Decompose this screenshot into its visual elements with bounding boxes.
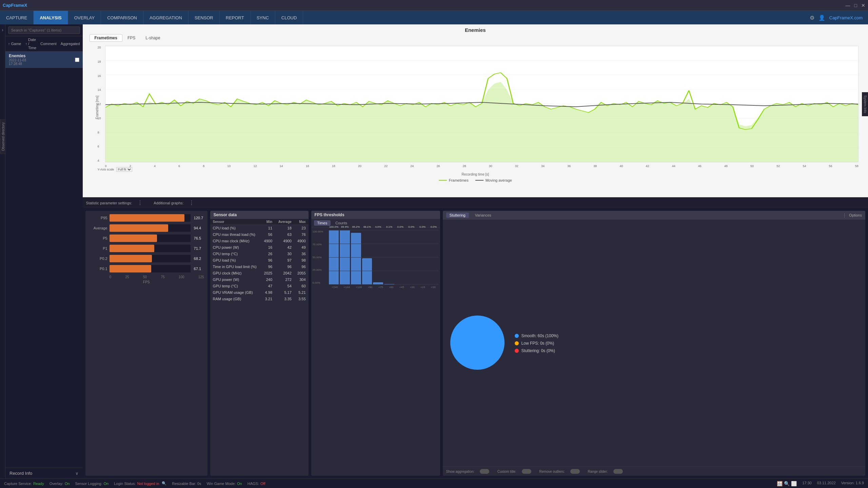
sensor-col-name: Sensor [210,219,261,225]
app-title: CapFrameX [3,3,27,8]
bar-row-average: Average 94.4 [89,224,204,232]
record-info-chevron[interactable]: ∨ [75,471,79,476]
fps-bars: 100.0% 99.9% 95.2% [329,230,439,284]
custom-title-label: Custom title: [497,470,516,473]
show-aggregation-toggle[interactable] [480,469,489,474]
login-icon[interactable]: 🔍 [162,481,166,486]
nav-item-report[interactable]: REPORT [220,11,251,24]
win-game-mode-status: On [237,482,242,486]
sensor-table: Sensor Min Average Max CPU load (%)11182… [210,219,309,302]
nav-item-comparison[interactable]: COMPARISON [101,11,143,24]
nav-icon-settings[interactable]: ⚙ [810,15,814,21]
win-game-mode-label: Win Game Mode: [206,482,236,486]
system-info-tab[interactable]: System Info [862,92,868,116]
login-status-label: Login Status: [114,482,136,486]
stuttering-header: Stuttering Variances ⋮ Options [443,211,865,220]
record-info-bar[interactable]: Record Info ∨ [5,468,83,479]
sidebar-collapse-button[interactable]: › [2,27,3,33]
chart-tab-fps[interactable]: FPS [122,34,140,42]
sort-game[interactable]: ↑ Game [8,42,21,46]
nav-item-capture[interactable]: CAPTURE [0,11,34,24]
fps-tab-times[interactable]: Times [314,220,331,226]
stutter-tab-variances[interactable]: Variances [472,212,495,218]
y-scale-container: Y-Axis scale Full fit [98,167,132,172]
sensor-row: GPU power (W)240272304 [210,277,309,283]
sensor-row: CPU max thread load (%)566376 [210,231,309,238]
sort-aggregated[interactable]: Aggregated [61,42,80,46]
nav-item-analysis[interactable]: ANALYSIS [34,11,68,24]
legend-lowfps-label: Low FPS: 0s (0%) [521,341,554,346]
sidebar: › ↑ Game ↑ Date / Time Comment Aggregate… [0,24,83,479]
y-ticks: 201816141210864 [98,46,104,162]
sensor-col-min: Min [261,219,275,225]
version-label: Version: 1.6.9 [841,481,864,486]
additional-label: Additional graphs: [154,201,183,205]
bar-row-p01: P0.1 67.1 [89,265,204,272]
remove-outliers-toggle[interactable] [570,469,580,474]
sort-datetime[interactable]: ↑ Date / Time [25,38,36,50]
nav-item-cloud[interactable]: CLOUD [275,11,303,24]
bar-chart-panel: P95 120.7 Average 94.4 P5 [85,211,208,476]
legend-stuttering-label: Stuttering: 0s (0%) [521,348,555,353]
legend-frametimes-line [439,180,447,181]
fps-tab-counts[interactable]: Counts [332,220,351,226]
capture-checkbox[interactable] [75,58,79,62]
clock-time: 17:30 [802,481,812,486]
x-ticks: 0246810121416182022242628303234363840424… [105,164,859,168]
website-link[interactable]: CapFrameX.com [829,15,863,20]
bar-row-p95: P95 120.7 [89,214,204,222]
sensor-row: GPU VRAM usage (GB)4.985.175.21 [210,289,309,296]
chart-tabs: Frametimes FPS L-shape [83,34,868,42]
stutter-legend: Smooth: 60s (100%) Low FPS: 0s (0%) Stut… [515,333,558,353]
chart-canvas [105,46,859,162]
statistic-bar: Statistic parameter settings: ⋮ Addition… [83,197,868,208]
range-slider-toggle[interactable] [613,469,623,474]
chart-area: Enemies Frametimes FPS L-shape Frametime… [83,24,868,197]
close-button[interactable]: ✕ [861,3,865,8]
legend-frametimes-label: Frametimes [449,178,469,182]
statistic-label: Statistic parameter settings: [86,201,132,205]
stutter-tab-stuttering[interactable]: Stuttering [446,212,469,218]
stutter-options[interactable]: ⋮ Options [843,213,862,218]
minimize-button[interactable]: — [846,3,850,8]
legend-lowfps-dot [515,341,519,345]
chart-tab-lshape[interactable]: L-shape [140,34,165,42]
fps-header: FPS thresholds [311,211,440,219]
sensor-header: Sensor data [210,211,309,219]
capture-service-status: Ready [33,482,44,486]
sensor-row: CPU temp (°C)263036 [210,251,309,257]
nav-item-aggregation[interactable]: AGGREGATION [143,11,189,24]
y-scale-select[interactable]: Full fit [116,167,132,172]
capture-service-label: Capture Service: [4,482,32,486]
nav-item-overlay[interactable]: OVERLAY [68,11,101,24]
sensor-row: RAM usage (GB)3.213.353.55 [210,296,309,302]
legend-smooth-dot [515,334,519,338]
sensor-col-max: Max [294,219,309,225]
sensor-row: Time in GPU load limit (%)969696 [210,264,309,270]
sensor-logging-label: Sensor Logging: [75,482,102,486]
custom-title-toggle[interactable] [522,469,531,474]
clock-date: 03.11.2022 [817,481,836,486]
sensor-row: GPU load (%)969798 [210,257,309,264]
show-aggregation-label: Show aggregation: [446,470,474,473]
bar-x-label: FPS [89,279,204,284]
maximize-button[interactable]: □ [854,3,857,8]
sort-comment[interactable]: Comment [40,42,57,46]
legend-smooth-label: Smooth: 60s (100%) [521,333,558,338]
search-input[interactable] [8,26,80,34]
statistic-dots[interactable]: ⋮ [137,200,143,206]
bottom-panels: P95 120.7 Average 94.4 P5 [83,208,868,479]
chart-legend: Frametimes Moving average [83,177,868,184]
chart-tab-frametimes[interactable]: Frametimes [90,34,122,42]
nav-item-sync[interactable]: SYNC [251,11,275,24]
bar-row-p5: P5 76.5 [89,235,204,242]
legend-stuttering-dot [515,349,519,353]
overlay-label: Overlay: [50,482,63,486]
chart-title: Enemies [83,24,868,34]
capture-row-enemies[interactable]: Enemies 2022-11-0317:28:48 [5,52,83,68]
observed-directory-tab[interactable]: Observed directory [0,119,6,154]
nav-item-sensor[interactable]: SENSOR [189,11,220,24]
nav-icon-user[interactable]: 👤 [818,15,825,21]
additional-dots[interactable]: ⋮ [189,200,194,206]
statusbar: Capture Service: Ready Overlay: On Senso… [0,479,868,488]
